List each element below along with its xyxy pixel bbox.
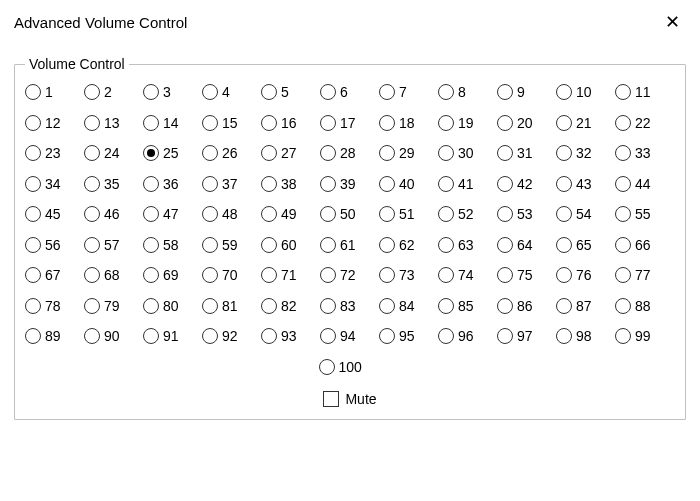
volume-radio-25[interactable]: 25 [143,145,202,161]
volume-radio-82[interactable]: 82 [261,298,320,314]
volume-radio-78[interactable]: 78 [25,298,84,314]
volume-radio-41[interactable]: 41 [438,176,497,192]
volume-radio-31[interactable]: 31 [497,145,556,161]
volume-radio-3[interactable]: 3 [143,84,202,100]
volume-radio-85[interactable]: 85 [438,298,497,314]
volume-radio-99[interactable]: 99 [615,328,674,344]
volume-radio-23[interactable]: 23 [25,145,84,161]
volume-radio-30[interactable]: 30 [438,145,497,161]
volume-radio-8[interactable]: 8 [438,84,497,100]
volume-radio-79[interactable]: 79 [84,298,143,314]
volume-radio-95[interactable]: 95 [379,328,438,344]
volume-radio-33[interactable]: 33 [615,145,674,161]
volume-radio-83[interactable]: 83 [320,298,379,314]
volume-radio-60[interactable]: 60 [261,237,320,253]
volume-radio-80[interactable]: 80 [143,298,202,314]
volume-radio-16[interactable]: 16 [261,115,320,131]
volume-radio-35[interactable]: 35 [84,176,143,192]
volume-radio-71[interactable]: 71 [261,267,320,283]
volume-radio-75[interactable]: 75 [497,267,556,283]
volume-radio-86[interactable]: 86 [497,298,556,314]
volume-radio-18[interactable]: 18 [379,115,438,131]
volume-radio-10[interactable]: 10 [556,84,615,100]
volume-radio-36[interactable]: 36 [143,176,202,192]
volume-radio-27[interactable]: 27 [261,145,320,161]
volume-radio-97[interactable]: 97 [497,328,556,344]
volume-radio-24[interactable]: 24 [84,145,143,161]
volume-radio-28[interactable]: 28 [320,145,379,161]
volume-radio-63[interactable]: 63 [438,237,497,253]
volume-radio-44[interactable]: 44 [615,176,674,192]
volume-radio-14[interactable]: 14 [143,115,202,131]
volume-radio-47[interactable]: 47 [143,206,202,222]
volume-radio-51[interactable]: 51 [379,206,438,222]
volume-radio-12[interactable]: 12 [25,115,84,131]
volume-radio-48[interactable]: 48 [202,206,261,222]
volume-radio-98[interactable]: 98 [556,328,615,344]
volume-radio-94[interactable]: 94 [320,328,379,344]
volume-radio-38[interactable]: 38 [261,176,320,192]
volume-radio-11[interactable]: 11 [615,84,674,100]
volume-radio-81[interactable]: 81 [202,298,261,314]
volume-radio-53[interactable]: 53 [497,206,556,222]
volume-radio-66[interactable]: 66 [615,237,674,253]
volume-radio-46[interactable]: 46 [84,206,143,222]
volume-radio-69[interactable]: 69 [143,267,202,283]
volume-radio-29[interactable]: 29 [379,145,438,161]
volume-radio-57[interactable]: 57 [84,237,143,253]
volume-radio-50[interactable]: 50 [320,206,379,222]
volume-radio-6[interactable]: 6 [320,84,379,100]
volume-radio-45[interactable]: 45 [25,206,84,222]
volume-radio-56[interactable]: 56 [25,237,84,253]
volume-radio-76[interactable]: 76 [556,267,615,283]
volume-radio-73[interactable]: 73 [379,267,438,283]
volume-radio-21[interactable]: 21 [556,115,615,131]
volume-radio-20[interactable]: 20 [497,115,556,131]
volume-radio-9[interactable]: 9 [497,84,556,100]
volume-radio-74[interactable]: 74 [438,267,497,283]
volume-radio-37[interactable]: 37 [202,176,261,192]
volume-radio-43[interactable]: 43 [556,176,615,192]
mute-checkbox[interactable] [323,391,339,407]
volume-radio-2[interactable]: 2 [84,84,143,100]
volume-radio-55[interactable]: 55 [615,206,674,222]
volume-radio-4[interactable]: 4 [202,84,261,100]
volume-radio-34[interactable]: 34 [25,176,84,192]
volume-radio-15[interactable]: 15 [202,115,261,131]
volume-radio-72[interactable]: 72 [320,267,379,283]
volume-radio-58[interactable]: 58 [143,237,202,253]
volume-radio-90[interactable]: 90 [84,328,143,344]
volume-radio-61[interactable]: 61 [320,237,379,253]
volume-radio-19[interactable]: 19 [438,115,497,131]
volume-radio-62[interactable]: 62 [379,237,438,253]
volume-radio-88[interactable]: 88 [615,298,674,314]
volume-radio-91[interactable]: 91 [143,328,202,344]
volume-radio-5[interactable]: 5 [261,84,320,100]
volume-radio-40[interactable]: 40 [379,176,438,192]
volume-radio-67[interactable]: 67 [25,267,84,283]
volume-radio-17[interactable]: 17 [320,115,379,131]
volume-radio-89[interactable]: 89 [25,328,84,344]
close-icon[interactable]: ✕ [659,11,686,33]
volume-radio-52[interactable]: 52 [438,206,497,222]
volume-radio-32[interactable]: 32 [556,145,615,161]
volume-radio-39[interactable]: 39 [320,176,379,192]
volume-radio-49[interactable]: 49 [261,206,320,222]
volume-radio-59[interactable]: 59 [202,237,261,253]
volume-radio-100[interactable]: 100 [319,359,382,375]
volume-radio-93[interactable]: 93 [261,328,320,344]
volume-radio-1[interactable]: 1 [25,84,84,100]
volume-radio-7[interactable]: 7 [379,84,438,100]
volume-radio-96[interactable]: 96 [438,328,497,344]
volume-radio-22[interactable]: 22 [615,115,674,131]
volume-radio-70[interactable]: 70 [202,267,261,283]
volume-radio-64[interactable]: 64 [497,237,556,253]
volume-radio-77[interactable]: 77 [615,267,674,283]
volume-radio-92[interactable]: 92 [202,328,261,344]
volume-radio-54[interactable]: 54 [556,206,615,222]
volume-radio-65[interactable]: 65 [556,237,615,253]
volume-radio-26[interactable]: 26 [202,145,261,161]
volume-radio-84[interactable]: 84 [379,298,438,314]
volume-radio-87[interactable]: 87 [556,298,615,314]
volume-radio-68[interactable]: 68 [84,267,143,283]
